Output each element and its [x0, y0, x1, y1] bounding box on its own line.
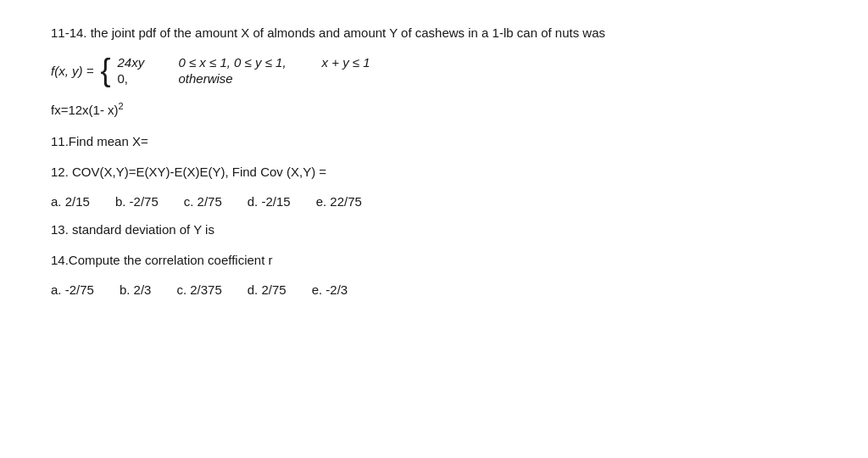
- marginal-text: fx=12x(1- x)2: [51, 103, 124, 117]
- piecewise-brace: {: [100, 55, 110, 86]
- piecewise-row-1: 24xy 0 ≤ x ≤ 1, 0 ≤ y ≤ 1, x + y ≤ 1: [117, 55, 370, 70]
- title: 11-14. the joint pdf of the amount X of …: [51, 25, 817, 40]
- q12-choice-a: a. 2/15: [51, 194, 90, 209]
- question-11: 11.Find mean X=: [51, 132, 817, 152]
- q12-choice-b: b. -2/75: [115, 194, 159, 209]
- q14-choice-d: d. 2/75: [248, 282, 287, 297]
- q12-choices: a. 2/15 b. -2/75 c. 2/75 d. -2/15 e. 22/…: [51, 194, 817, 209]
- q14-choice-e: e. -2/3: [312, 282, 348, 297]
- q14-choices: a. -2/75 b. 2/3 c. 2/375 d. 2/75 e. -2/3: [51, 282, 817, 297]
- q14-choice-b: b. 2/3: [120, 282, 152, 297]
- q12-choice-e: e. 22/75: [316, 194, 362, 209]
- case1-cond: 0 ≤ x ≤ 1, 0 ≤ y ≤ 1,: [178, 55, 286, 70]
- q12-choice-c: c. 2/75: [184, 194, 222, 209]
- question-13: 13. standard deviation of Y is: [51, 221, 817, 240]
- case2-cond: otherwise: [178, 71, 232, 86]
- case1-cond2: x + y ≤ 1: [322, 55, 370, 70]
- q14-choice-c: c. 2/375: [176, 282, 221, 297]
- q12-choice-d: d. -2/15: [248, 194, 291, 209]
- piecewise-function: f(x, y) = { 24xy 0 ≤ x ≤ 1, 0 ≤ y ≤ 1, x…: [51, 55, 817, 86]
- piecewise-row-2: 0, otherwise: [117, 71, 370, 86]
- question-12: 12. COV(X,Y)=E(XY)-E(X)E(Y), Find Cov (X…: [51, 163, 817, 182]
- question-14: 14.Compute the correlation coefficient r: [51, 251, 817, 271]
- case1-expr: 24xy: [117, 55, 168, 70]
- q14-choice-a: a. -2/75: [51, 282, 94, 297]
- page: 11-14. the joint pdf of the amount X of …: [0, 0, 868, 458]
- piecewise-lhs: f(x, y) =: [51, 64, 93, 78]
- piecewise-cases: 24xy 0 ≤ x ≤ 1, 0 ≤ y ≤ 1, x + y ≤ 1 0, …: [117, 55, 370, 86]
- case2-expr: 0,: [117, 71, 168, 86]
- marginal-density: fx=12x(1- x)2: [51, 99, 817, 120]
